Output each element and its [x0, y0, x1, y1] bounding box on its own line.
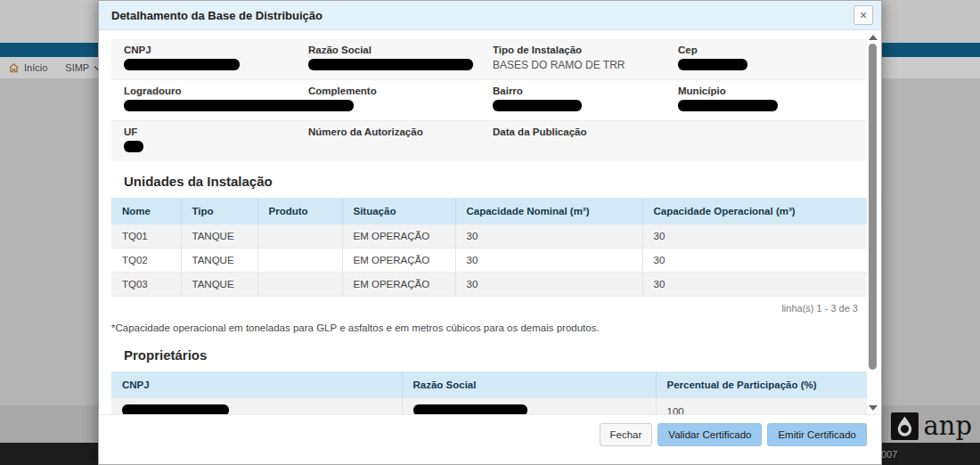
- proprietarios-table: CNPJ Razão Social Percentual de Particip…: [111, 371, 867, 414]
- col-prop-razao: Razão Social: [402, 371, 656, 398]
- field-uf: UF: [124, 126, 308, 155]
- col-prop-cnpj: CNPJ: [111, 371, 402, 398]
- scroll-up-icon[interactable]: [869, 35, 878, 40]
- cell-nome: TQ02: [111, 249, 181, 273]
- cell-cap-nominal: 30: [455, 224, 642, 249]
- capacity-note: *Capacidade operacional em toneladas par…: [111, 322, 867, 333]
- proprietarios-heading: Proprietários: [124, 347, 867, 363]
- modal-body: CNPJ Razão Social Tipo de Instalação BAS…: [99, 30, 881, 414]
- scroll-down-icon[interactable]: [869, 405, 878, 411]
- cell-produto: [257, 224, 342, 249]
- modal-title: Detalhamento da Base de Distribuição: [111, 9, 323, 22]
- data-publicacao-label: Data da Publicação: [493, 126, 678, 137]
- cell-cap-nominal: 30: [455, 249, 642, 273]
- cell-produto: [257, 249, 342, 273]
- validar-certificado-button[interactable]: Validar Certificado: [657, 423, 762, 446]
- unidades-header-row: Nome Tipo Produto Situação Capacidade No…: [111, 198, 867, 224]
- nav-item-inicio[interactable]: Início: [8, 62, 47, 74]
- redacted-value: [413, 404, 527, 414]
- modal-footer: Fechar Validar Certificado Emitir Certif…: [99, 414, 881, 464]
- col-cap-nominal: Capacidade Nominal (m³): [455, 198, 642, 224]
- municipio-label: Município: [678, 86, 867, 96]
- bairro-label: Bairro: [493, 86, 678, 96]
- cell-situacao: EM OPERAÇÃO: [342, 224, 455, 249]
- redacted-value: [308, 59, 473, 70]
- redacted-value: [124, 59, 240, 70]
- scrollbar-thumb[interactable]: [869, 44, 877, 370]
- cnpj-label: CNPJ: [124, 45, 308, 55]
- field-bairro: Bairro: [493, 86, 678, 114]
- redacted-value: [678, 59, 747, 70]
- razao-social-label: Razão Social: [308, 45, 493, 55]
- proprietarios-header-row: CNPJ Razão Social Percentual de Particip…: [111, 371, 867, 398]
- numero-autorizacao-label: Número da Autorização: [308, 126, 493, 137]
- unidades-table: Nome Tipo Produto Situação Capacidade No…: [111, 198, 867, 297]
- pagination-text: linha(s) 1 - 3 de 3: [111, 303, 858, 314]
- nav-inicio-label: Início: [24, 62, 47, 73]
- field-row-2: Logradouro Complemento Bairro Município: [111, 79, 867, 120]
- col-cap-operacional: Capacidade Operacional (m³): [642, 198, 867, 224]
- cell-cap-nominal: 30: [455, 273, 642, 297]
- field-row-3: UF Número da Autorização Data da Publica…: [111, 120, 867, 161]
- col-tipo: Tipo: [181, 198, 257, 224]
- cell-tipo: TANQUE: [181, 273, 257, 297]
- cell-prop-razao: [402, 398, 656, 414]
- home-icon: [8, 62, 20, 74]
- field-row-1: CNPJ Razão Social Tipo de Instalação BAS…: [111, 39, 867, 79]
- cell-tipo: TANQUE: [181, 224, 257, 249]
- complemento-label: Complemento: [308, 86, 493, 96]
- detalhamento-modal: Detalhamento da Base de Distribuição × C…: [98, 0, 882, 465]
- redacted-value: [122, 404, 229, 414]
- tipo-instalacao-label: Tipo de Instalação: [493, 45, 678, 55]
- cell-nome: TQ03: [111, 273, 181, 297]
- cell-prop-cnpj: [111, 398, 402, 414]
- nav-simp-label: SIMP: [65, 62, 89, 73]
- col-produto: Produto: [257, 198, 342, 224]
- cep-label: Cep: [678, 45, 867, 55]
- field-data-publicacao: Data da Publicação: [493, 126, 678, 155]
- field-cnpj: CNPJ: [124, 45, 308, 73]
- field-municipio: Município: [678, 86, 867, 114]
- field-tipo-instalacao: Tipo de Instalação BASES DO RAMO DE TRR: [493, 45, 678, 73]
- cell-situacao: EM OPERAÇÃO: [342, 249, 455, 273]
- cell-produto: [257, 273, 342, 297]
- table-row: TQ01 TANQUE EM OPERAÇÃO 30 30: [111, 224, 867, 249]
- cell-cap-operacional: 30: [642, 224, 867, 249]
- col-prop-percentual: Percentual de Participação (%): [656, 371, 867, 398]
- table-row: TQ02 TANQUE EM OPERAÇÃO 30 30: [111, 249, 867, 273]
- cell-prop-percentual: 100: [656, 398, 867, 414]
- tipo-instalacao-value: BASES DO RAMO DE TRR: [493, 59, 678, 71]
- field-logradouro: Logradouro: [124, 86, 308, 114]
- cell-tipo: TANQUE: [181, 249, 257, 273]
- anp-logo-text: anp: [923, 413, 972, 439]
- close-icon[interactable]: ×: [853, 5, 873, 25]
- field-razao-social: Razão Social: [308, 45, 493, 73]
- footer-code-text: 007: [881, 449, 897, 460]
- anp-logo: anp: [891, 412, 972, 440]
- field-cep: Cep: [678, 45, 867, 73]
- redacted-value: [493, 100, 582, 111]
- cell-nome: TQ01: [111, 224, 181, 249]
- modal-scrollbar[interactable]: [867, 31, 878, 414]
- field-complemento: Complemento: [308, 86, 493, 114]
- cell-cap-operacional: 30: [642, 273, 867, 297]
- unidades-heading: Unidades da Instalação: [124, 174, 867, 189]
- cell-situacao: EM OPERAÇÃO: [342, 273, 455, 297]
- col-situacao: Situação: [342, 198, 455, 224]
- uf-label: UF: [124, 126, 308, 137]
- fechar-button[interactable]: Fechar: [600, 423, 653, 446]
- field-numero-autorizacao: Número da Autorização: [308, 126, 493, 155]
- anp-drop-icon: [891, 412, 919, 440]
- table-row: 100: [111, 398, 867, 414]
- col-nome: Nome: [111, 198, 181, 224]
- logradouro-label: Logradouro: [124, 86, 308, 96]
- nav-item-simp[interactable]: SIMP: [65, 62, 102, 73]
- modal-title-bar: Detalhamento da Base de Distribuição ×: [99, 1, 881, 30]
- emitir-certificado-button[interactable]: Emitir Certificado: [767, 423, 867, 446]
- table-row: TQ03 TANQUE EM OPERAÇÃO 30 30: [111, 273, 867, 297]
- redacted-value: [124, 141, 143, 152]
- redacted-value: [678, 100, 778, 111]
- cell-cap-operacional: 30: [642, 249, 867, 273]
